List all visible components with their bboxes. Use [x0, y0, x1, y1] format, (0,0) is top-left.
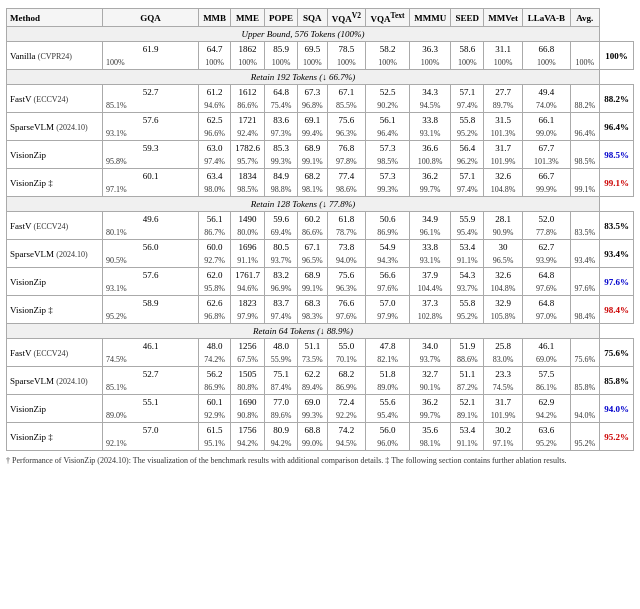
method-cell-3-0: FastV (ECCV24) — [7, 339, 103, 367]
val-0-0-6: 58.2 — [366, 42, 410, 57]
val-1-2-4: 68.9 — [298, 141, 328, 156]
pct-3-1-0: 85.1% — [103, 381, 199, 395]
row-1-0-vals: FastV (ECCV24)52.761.2161264.867.367.152… — [7, 85, 634, 100]
pct-1-1-6: 96.4% — [366, 127, 410, 141]
val-2-3-5: 76.6 — [327, 296, 366, 311]
pct-2-0-8: 95.4% — [451, 226, 484, 240]
col-vqa-v2: VQAV2 — [327, 9, 366, 27]
val-2-1-4: 67.1 — [298, 240, 328, 255]
pct-2-2-10: 97.6% — [523, 282, 570, 296]
val-2-1-1: 60.0 — [199, 240, 231, 255]
val-1-0-5: 67.1 — [327, 85, 366, 100]
row-2-1-vals: SparseVLM (2024.10)56.060.0169680.567.17… — [7, 240, 634, 255]
row-1-3-vals: VisionZip ‡60.163.4183484.968.277.457.33… — [7, 169, 634, 184]
row-1-1-vals: SparseVLM (2024.10)57.662.5172183.669.17… — [7, 113, 634, 128]
val-3-3-9: 30.2 — [484, 423, 523, 438]
pct-2-0-2: 80.0% — [231, 226, 265, 240]
val-1-2-6: 57.3 — [366, 141, 410, 156]
pct-1-0-8: 97.4% — [451, 99, 484, 113]
pct-2-1-6: 94.3% — [366, 254, 410, 268]
val-1-1-5: 75.6 — [327, 113, 366, 128]
val-2-2-10: 64.8 — [523, 268, 570, 283]
pct-3-0-0: 74.5% — [103, 353, 199, 367]
avg-cell-0-0: 100% — [600, 42, 634, 70]
val-2-2-3: 83.2 — [265, 268, 298, 283]
val-1-3-5: 77.4 — [327, 169, 366, 184]
val-1-1-3: 83.6 — [265, 113, 298, 128]
val-2-1-5: 73.8 — [327, 240, 366, 255]
val-1-3-4: 68.2 — [298, 169, 328, 184]
val-1-1-4: 69.1 — [298, 113, 328, 128]
pct-0-0-11: 100% — [570, 56, 600, 70]
pct-1-0-10: 74.0% — [523, 99, 570, 113]
pct-3-2-3: 89.6% — [265, 409, 298, 423]
pct-2-2-0: 93.1% — [103, 282, 199, 296]
val-2-1-7: 33.8 — [409, 240, 451, 255]
pct-1-3-8: 97.4% — [451, 183, 484, 197]
method-cell-1-1: SparseVLM (2024.10) — [7, 113, 103, 141]
pct-1-2-11: 98.5% — [570, 155, 600, 169]
val-2-1-9: 30 — [484, 240, 523, 255]
val-3-0-5: 55.0 — [327, 339, 366, 354]
pct-1-2-9: 101.9% — [484, 155, 523, 169]
pct-0-0-6: 100% — [366, 56, 410, 70]
pct-1-0-6: 90.2% — [366, 99, 410, 113]
pct-1-0-4: 96.8% — [298, 99, 328, 113]
pct-1-2-10: 101.3% — [523, 155, 570, 169]
pct-1-2-1: 97.4% — [199, 155, 231, 169]
pct-0-0-8: 100% — [451, 56, 484, 70]
val-3-1-1: 56.2 — [199, 367, 231, 382]
val-1-0-8: 57.1 — [451, 85, 484, 100]
pct-3-0-2: 67.5% — [231, 353, 265, 367]
pct-3-1-1: 86.9% — [199, 381, 231, 395]
val-3-2-9: 31.7 — [484, 395, 523, 410]
row-2-2-vals: VisionZip57.662.01761.783.268.975.656.63… — [7, 268, 634, 283]
pct-2-0-1: 86.7% — [199, 226, 231, 240]
pct-2-2-6: 97.6% — [366, 282, 410, 296]
pct-3-3-7: 98.1% — [409, 437, 451, 451]
val-2-1-3: 80.5 — [265, 240, 298, 255]
pct-2-2-2: 94.6% — [231, 282, 265, 296]
pct-3-2-0: 89.0% — [103, 409, 199, 423]
section-header-0: Upper Bound, 576 Tokens (100%) — [7, 27, 634, 42]
section-header-label-0: Upper Bound, 576 Tokens (100%) — [7, 27, 600, 42]
pct-3-1-11: 85.8% — [570, 381, 600, 395]
val-3-0-9: 25.8 — [484, 339, 523, 354]
val-3-1-4: 62.2 — [298, 367, 328, 382]
section-header-3: Retain 64 Tokens (↓ 88.9%) — [7, 324, 634, 339]
avg-cell-1-3: 99.1% — [600, 169, 634, 197]
pct-1-3-6: 99.3% — [366, 183, 410, 197]
row-3-3-vals: VisionZip ‡57.061.5175680.968.874.256.03… — [7, 423, 634, 438]
pct-2-1-3: 93.7% — [265, 254, 298, 268]
val-1-2-1: 63.0 — [199, 141, 231, 156]
val-2-0-9: 28.1 — [484, 212, 523, 227]
pct-1-2-7: 100.8% — [409, 155, 451, 169]
val-2-0-1: 56.1 — [199, 212, 231, 227]
val-1-1-9: 31.5 — [484, 113, 523, 128]
pct-2-2-4: 99.1% — [298, 282, 328, 296]
method-cell-3-1: SparseVLM (2024.10) — [7, 367, 103, 395]
pct-3-3-8: 91.1% — [451, 437, 484, 451]
val-0-0-11 — [570, 42, 600, 57]
val-1-2-11 — [570, 141, 600, 156]
method-cell-3-2: VisionZip — [7, 395, 103, 423]
pct-2-3-6: 97.9% — [366, 310, 410, 324]
val-2-0-6: 50.6 — [366, 212, 410, 227]
pct-2-0-4: 86.6% — [298, 226, 328, 240]
pct-3-0-9: 83.0% — [484, 353, 523, 367]
row-1-2-vals: VisionZip59.363.01782.685.368.976.857.33… — [7, 141, 634, 156]
pct-1-1-2: 92.4% — [231, 127, 265, 141]
val-2-1-8: 53.4 — [451, 240, 484, 255]
val-2-2-11 — [570, 268, 600, 283]
val-2-2-5: 75.6 — [327, 268, 366, 283]
pct-3-2-9: 101.9% — [484, 409, 523, 423]
pct-3-1-3: 87.4% — [265, 381, 298, 395]
pct-3-2-4: 99.3% — [298, 409, 328, 423]
col-seed: SEED — [451, 9, 484, 27]
val-1-1-7: 33.8 — [409, 113, 451, 128]
val-3-2-3: 77.0 — [265, 395, 298, 410]
col-mmmu: MMMU — [409, 9, 451, 27]
val-3-1-2: 1505 — [231, 367, 265, 382]
val-3-1-6: 51.8 — [366, 367, 410, 382]
pct-1-0-7: 94.5% — [409, 99, 451, 113]
